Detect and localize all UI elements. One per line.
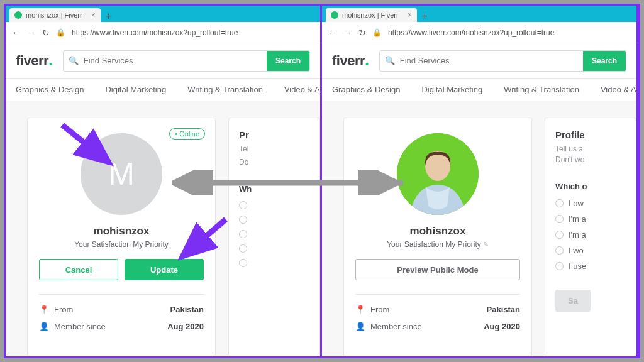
search-input[interactable] <box>400 56 583 65</box>
refresh-button[interactable]: ↻ <box>42 28 50 38</box>
browser-tab[interactable]: mohisnzox | Fiverr × <box>326 8 417 22</box>
radio-icon <box>555 262 564 270</box>
avatar-photo[interactable] <box>397 133 479 215</box>
panel-question: Wh <box>239 184 319 194</box>
panel-question: Which o <box>555 182 636 191</box>
radio-option[interactable]: I wo <box>555 246 636 255</box>
back-button[interactable]: ← <box>12 28 21 38</box>
cat-link[interactable]: Writing & Translation <box>187 85 263 94</box>
search-wrap: 🔍 Search <box>63 50 310 72</box>
preview-public-button[interactable]: Preview Public Mode <box>355 259 520 280</box>
panel-heading: Profile <box>555 129 636 140</box>
radio-icon <box>555 199 564 207</box>
radio-option[interactable] <box>239 244 319 253</box>
update-button[interactable]: Update <box>125 259 204 280</box>
forward-button[interactable]: → <box>27 28 36 38</box>
profile-card: Online M mohisnzox Your Satisfaction My … <box>27 118 216 356</box>
cat-link[interactable]: Video & Animation <box>601 85 636 94</box>
search-button[interactable]: Search <box>583 51 626 71</box>
search-wrap: 🔍 Search <box>379 50 626 72</box>
side-panel: Profile Tell us aDon't wo Which o I ow I… <box>545 118 636 356</box>
radio-icon <box>239 259 247 267</box>
fiverr-logo[interactable]: fiverr. <box>332 53 369 69</box>
side-panel: Pr Tel Do Wh <box>228 118 320 356</box>
new-tab-button[interactable]: + <box>101 11 116 22</box>
favicon-icon <box>14 11 22 19</box>
tab-title: mohisnzox | Fiverr <box>26 11 82 19</box>
edit-icon[interactable]: ✎ <box>483 241 489 248</box>
search-icon: 🔍 <box>380 56 400 65</box>
cat-link[interactable]: Digital Marketing <box>421 85 482 94</box>
close-tab-icon[interactable]: × <box>408 11 412 19</box>
tagline: Your Satisfaction My Priority✎ <box>355 240 520 249</box>
meta-from: 📍From Pakistan <box>355 305 520 314</box>
radio-option[interactable] <box>239 230 319 238</box>
address-bar: ← → ↻ 🔒 https://www.fiverr.com/mohisnzox… <box>322 22 636 43</box>
radio-icon <box>239 244 247 253</box>
cat-link[interactable]: Writing & Translation <box>504 85 579 94</box>
site-header: fiverr. 🔍 Search <box>322 43 636 79</box>
cat-link[interactable]: Graphics & Design <box>332 85 400 94</box>
location-icon: 📍 <box>39 305 49 314</box>
radio-option[interactable]: I use <box>555 261 636 271</box>
forward-button[interactable]: → <box>343 28 352 38</box>
cat-link[interactable]: Video & Animation <box>284 85 320 94</box>
username: mohisnzox <box>355 225 520 238</box>
panel-heading: Pr <box>239 129 319 140</box>
right-pane: mohisnzox | Fiverr × + ← → ↻ 🔒 https://w… <box>322 6 638 356</box>
url-text[interactable]: https://www.fiverr.com/mohisnzox?up_roll… <box>72 28 314 37</box>
radio-option[interactable] <box>239 216 319 224</box>
left-pane: mohisnzox | Fiverr × + ← → ↻ 🔒 https://w… <box>6 6 322 356</box>
url-text[interactable]: https://www.fiverr.com/mohisnzox?up_roll… <box>388 28 630 37</box>
lock-icon: 🔒 <box>372 28 382 37</box>
favicon-icon <box>331 11 338 19</box>
fiverr-logo[interactable]: fiverr. <box>16 53 53 69</box>
username: mohisnzox <box>39 225 204 238</box>
radio-icon <box>555 231 564 239</box>
back-button[interactable]: ← <box>328 28 337 38</box>
close-tab-icon[interactable]: × <box>91 11 96 19</box>
tab-strip: mohisnzox | Fiverr × + <box>322 6 636 22</box>
address-bar: ← → ↻ 🔒 https://www.fiverr.com/mohisnzox… <box>6 22 320 43</box>
category-nav: Graphics & Design Digital Marketing Writ… <box>322 79 636 101</box>
radio-option[interactable]: I ow <box>555 199 636 208</box>
user-icon: 👤 <box>355 322 365 331</box>
lock-icon: 🔒 <box>56 28 65 37</box>
meta-from: 📍From Pakistan <box>39 305 204 314</box>
meta-member: 👤Member since Aug 2020 <box>355 322 520 331</box>
cat-link[interactable]: Graphics & Design <box>16 85 84 94</box>
site-header: fiverr. 🔍 Search <box>6 43 320 79</box>
save-button[interactable]: Sa <box>555 290 591 312</box>
radio-icon <box>555 246 564 255</box>
radio-option[interactable] <box>239 259 319 267</box>
radio-option[interactable]: I'm a <box>555 230 636 239</box>
profile-card: mohisnzox Your Satisfaction My Priority✎… <box>343 118 532 356</box>
cancel-button[interactable]: Cancel <box>39 259 118 280</box>
new-tab-button[interactable]: + <box>417 11 433 22</box>
user-icon: 👤 <box>39 322 49 331</box>
radio-icon <box>239 201 247 209</box>
search-input[interactable] <box>84 56 267 65</box>
radio-icon <box>239 216 247 224</box>
tagline-input[interactable]: Your Satisfaction My Priority <box>39 240 204 249</box>
radio-icon <box>239 230 247 238</box>
location-icon: 📍 <box>355 305 365 314</box>
page-body: Online M mohisnzox Your Satisfaction My … <box>6 101 320 356</box>
cat-link[interactable]: Digital Marketing <box>105 85 166 94</box>
refresh-button[interactable]: ↻ <box>358 28 366 38</box>
online-badge: Online <box>169 128 205 140</box>
page-body: mohisnzox Your Satisfaction My Priority✎… <box>322 101 636 356</box>
meta-member: 👤Member since Aug 2020 <box>39 322 204 331</box>
search-icon: 🔍 <box>64 56 84 65</box>
browser-tab[interactable]: mohisnzox | Fiverr × <box>9 8 101 22</box>
tab-title: mohisnzox | Fiverr <box>342 11 399 19</box>
radio-option[interactable] <box>239 201 319 209</box>
radio-icon <box>555 215 564 223</box>
avatar-placeholder[interactable]: M <box>80 133 162 215</box>
search-button[interactable]: Search <box>267 51 309 71</box>
tab-strip: mohisnzox | Fiverr × + <box>6 6 320 22</box>
radio-option[interactable]: I'm a <box>555 214 636 224</box>
category-nav: Graphics & Design Digital Marketing Writ… <box>6 79 320 101</box>
